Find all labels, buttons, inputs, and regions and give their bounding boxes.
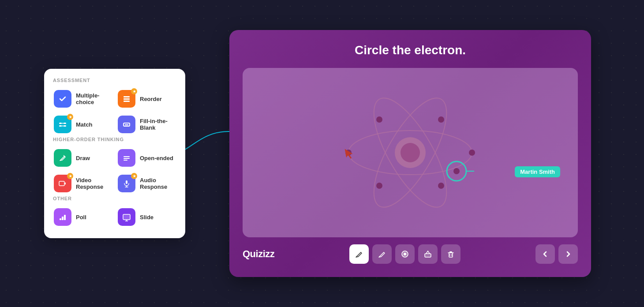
question-type-menu: ASSESSMENT Multiple-choice ★ — [44, 69, 185, 238]
thin-pen-button[interactable] — [372, 244, 392, 264]
svg-point-36 — [438, 116, 444, 123]
multiple-choice-label: Multiple-choice — [76, 92, 112, 105]
draw-label: Draw — [76, 155, 90, 161]
svg-rect-21 — [62, 217, 64, 220]
eraser-button[interactable] — [418, 244, 438, 264]
assessment-grid: Multiple-choice ★ Reorder — [53, 88, 176, 135]
svg-point-42 — [404, 253, 406, 255]
svg-point-35 — [376, 183, 382, 189]
svg-rect-4 — [64, 123, 66, 124]
quiz-panel: Circle the electron. — [229, 30, 591, 277]
menu-item-audio-response[interactable]: ★ Audio Response — [117, 173, 176, 194]
quizizz-logo: Quizizz — [243, 248, 274, 260]
menu-item-match[interactable]: ★ Match — [53, 114, 112, 135]
other-section-title: OTHER — [53, 196, 176, 201]
audio-response-label: Audio Response — [140, 177, 176, 190]
svg-rect-22 — [64, 215, 66, 220]
reorder-label: Reorder — [140, 96, 162, 102]
pen-tool-button[interactable] — [349, 244, 369, 264]
svg-rect-43 — [425, 254, 431, 257]
svg-rect-5 — [59, 125, 62, 127]
open-ended-label: Open-ended — [140, 155, 173, 161]
svg-point-27 — [401, 143, 420, 162]
slide-label: Slide — [140, 214, 154, 221]
trash-button[interactable] — [441, 244, 461, 264]
svg-rect-15 — [59, 181, 64, 186]
navigation-buttons — [535, 244, 578, 264]
video-badge: ★ — [67, 173, 73, 179]
open-ended-icon — [118, 149, 135, 167]
reorder-badge: ★ — [131, 88, 137, 94]
next-button[interactable] — [558, 244, 578, 264]
audio-response-icon: ★ — [118, 175, 135, 192]
atom-illustration — [326, 86, 494, 219]
svg-point-31 — [345, 150, 352, 156]
higher-order-grid: Draw Open-ended ★ — [53, 147, 176, 194]
multiple-choice-icon — [54, 90, 71, 108]
svg-rect-3 — [59, 123, 62, 124]
quiz-toolbar: Quizizz — [243, 244, 578, 264]
fill-tool-button[interactable] — [395, 244, 415, 264]
match-badge: ★ — [67, 114, 73, 120]
svg-point-38 — [453, 168, 460, 174]
video-response-label: Video Response — [76, 177, 112, 190]
main-container: ASSESSMENT Multiple-choice ★ — [44, 30, 600, 277]
audio-badge: ★ — [131, 173, 137, 179]
svg-rect-44 — [449, 253, 453, 257]
svg-rect-0 — [124, 96, 130, 97]
svg-point-32 — [469, 150, 475, 156]
svg-rect-1 — [124, 98, 130, 100]
svg-point-33 — [376, 116, 382, 123]
prev-button[interactable] — [535, 244, 555, 264]
fill-blank-icon — [118, 116, 135, 133]
assessment-section-title: ASSESSMENT — [53, 78, 176, 83]
svg-rect-17 — [126, 180, 127, 184]
draw-icon — [54, 149, 71, 167]
student-name-label: Martin Smith — [515, 166, 560, 177]
menu-item-poll[interactable]: Poll — [53, 206, 112, 228]
quiz-question-title: Circle the electron. — [243, 43, 578, 57]
other-section: OTHER Poll — [53, 196, 176, 228]
quizizz-logo-text: Quizizz — [243, 248, 274, 259]
menu-item-slide[interactable]: Slide — [117, 206, 176, 228]
menu-item-open-ended[interactable]: Open-ended — [117, 147, 176, 168]
slide-icon — [118, 208, 135, 226]
menu-item-fill-blank[interactable]: Fill-in-the-Blank — [117, 114, 176, 135]
svg-point-34 — [438, 183, 444, 189]
menu-item-video-response[interactable]: ★ Video Response — [53, 173, 112, 194]
match-icon: ★ — [54, 116, 71, 133]
quiz-content-area: Martin Smith — [243, 68, 578, 237]
assessment-section: ASSESSMENT Multiple-choice ★ — [53, 78, 176, 135]
poll-icon — [54, 208, 71, 226]
menu-item-draw[interactable]: Draw — [53, 147, 112, 168]
svg-rect-2 — [124, 101, 130, 102]
svg-rect-6 — [64, 125, 66, 127]
match-label: Match — [76, 121, 93, 128]
video-response-icon: ★ — [54, 175, 71, 192]
svg-rect-20 — [60, 218, 61, 220]
drawing-tools — [349, 244, 461, 264]
svg-rect-23 — [123, 214, 130, 220]
higher-order-title: HIGHER-ORDER THINKING — [53, 137, 176, 142]
menu-item-reorder[interactable]: ★ Reorder — [117, 88, 176, 109]
reorder-icon: ★ — [118, 90, 135, 108]
other-grid: Poll Slide — [53, 206, 176, 228]
fill-blank-label: Fill-in-the-Blank — [140, 118, 176, 131]
higher-order-section: HIGHER-ORDER THINKING Draw — [53, 137, 176, 194]
menu-item-multiple-choice[interactable]: Multiple-choice — [53, 88, 112, 109]
poll-label: Poll — [76, 214, 86, 221]
